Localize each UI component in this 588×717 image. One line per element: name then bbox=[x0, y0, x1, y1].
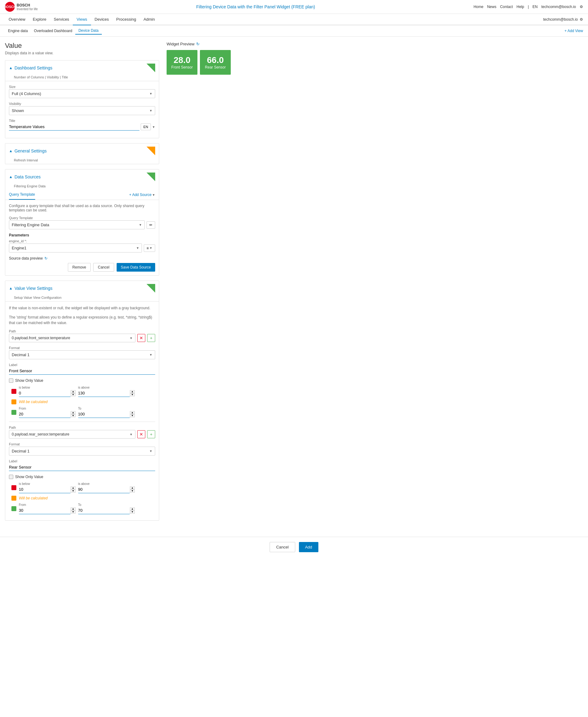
sensor1-path-select[interactable]: 0.payload.front_sensor.temperature ▼ bbox=[9, 334, 135, 342]
query-template-select[interactable]: Filtering Engine Data ▼ bbox=[9, 220, 145, 229]
user-settings-icon[interactable]: ⚙ bbox=[580, 17, 583, 22]
add-source-button[interactable]: + Add Source ▼ bbox=[129, 192, 155, 197]
sensor2-label-input[interactable] bbox=[9, 464, 155, 471]
data-sources-corner bbox=[147, 172, 155, 181]
sensor1-rule3-to-input[interactable] bbox=[78, 410, 130, 418]
sensor2-add-button[interactable]: + bbox=[147, 430, 155, 438]
data-sources-header[interactable]: ▲ Data Sources bbox=[5, 169, 159, 184]
dashboard-settings-title: Dashboard Settings bbox=[15, 65, 52, 70]
add-view-button[interactable]: + Add View bbox=[565, 29, 583, 33]
dashboard-settings-header[interactable]: ▲ Dashboard Settings bbox=[5, 61, 159, 75]
data-sources-collapse-icon: ▲ bbox=[9, 175, 13, 179]
size-select[interactable]: Full (4 Columns) ▼ bbox=[9, 89, 155, 98]
sensor2-rule1-is-below-down[interactable]: ▼ bbox=[71, 490, 76, 493]
home-link[interactable]: Home bbox=[474, 5, 483, 9]
sensor1-rule1-is-below-down[interactable]: ▼ bbox=[71, 393, 76, 396]
sensor2-rule1-is-below-input-row: ▲ ▼ bbox=[19, 486, 76, 493]
top-bar: BOSCH BOSCH Invented for life Filtering … bbox=[0, 0, 588, 14]
parameters-title: Parameters bbox=[9, 233, 155, 237]
nav-services[interactable]: Services bbox=[50, 14, 73, 25]
sensor2-rule3-to-up[interactable]: ▲ bbox=[130, 508, 135, 511]
sensor1-label-input[interactable] bbox=[9, 367, 155, 375]
sensor1-rule1-is-above-up[interactable]: ▲ bbox=[130, 390, 135, 393]
sensor1-show-only-checkbox[interactable] bbox=[9, 378, 13, 383]
sensor1-rule3-to-up[interactable]: ▲ bbox=[130, 411, 135, 414]
query-template-tab[interactable]: Query Template bbox=[9, 190, 35, 200]
subnav-device-data[interactable]: Device Data bbox=[75, 27, 102, 35]
tile-rear-sensor-value: 66.0 bbox=[207, 55, 224, 65]
sensor2-rule3-from-down[interactable]: ▼ bbox=[71, 511, 76, 514]
sensor2-path-select[interactable]: 0.payload.rear_sensor.temperature ▼ bbox=[9, 430, 135, 438]
sensor2-path-field: Path 0.payload.rear_sensor.temperature ▼… bbox=[9, 426, 155, 438]
sensor2-format-select[interactable]: Decimal 1 ▼ bbox=[9, 447, 155, 455]
sensor2-rule1-is-above-up[interactable]: ▲ bbox=[130, 487, 135, 490]
value-view-settings-header[interactable]: ▲ Value View Settings bbox=[5, 281, 159, 296]
sensor1-rule1-is-above-down[interactable]: ▼ bbox=[130, 393, 135, 396]
refresh-icon[interactable]: ↻ bbox=[44, 256, 47, 261]
sensor1-rule1-is-below-up[interactable]: ▲ bbox=[71, 390, 76, 393]
nav-explore[interactable]: Explore bbox=[29, 14, 50, 25]
nav-admin[interactable]: Admin bbox=[140, 14, 159, 25]
title-input[interactable] bbox=[9, 123, 140, 130]
param-select[interactable]: Engine1 ▼ bbox=[9, 244, 142, 252]
bottom-cancel-button[interactable]: Cancel bbox=[270, 542, 295, 552]
edit-query-button[interactable]: ✏ bbox=[147, 221, 155, 229]
sensor2-rule1-is-above-down[interactable]: ▼ bbox=[130, 490, 135, 493]
cancel-source-button[interactable]: Cancel bbox=[93, 263, 114, 272]
widget-preview: 28.0 Front Sensor 66.0 Rear Sensor bbox=[167, 50, 259, 75]
tile-rear-sensor-label: Rear Sensor bbox=[205, 65, 226, 69]
sensor2-color-rules: is below ▲ ▼ is above bbox=[12, 482, 155, 514]
sensor1-rule3-from-down[interactable]: ▼ bbox=[71, 414, 76, 417]
query-info: Configure a query template that shall be… bbox=[9, 204, 155, 212]
sensor2-rule3-to-down[interactable]: ▼ bbox=[130, 511, 135, 514]
sensor2-path-row: 0.payload.rear_sensor.temperature ▼ ✕ + bbox=[9, 430, 155, 438]
sensor2-path-chevron-icon: ▼ bbox=[130, 433, 133, 436]
sensor2-show-only-checkbox[interactable] bbox=[9, 475, 13, 479]
general-settings-header[interactable]: ▲ General Settings bbox=[5, 144, 159, 158]
sensor1-rule3-from-up[interactable]: ▲ bbox=[71, 411, 76, 414]
settings-icon[interactable]: ⚙ bbox=[580, 5, 583, 9]
sensor2-rule3-from-up[interactable]: ▲ bbox=[71, 508, 76, 511]
lang-button[interactable]: EN bbox=[141, 123, 151, 130]
size-field: Size Full (4 Columns) ▼ bbox=[9, 85, 155, 98]
sensor2-rule1-is-below-up[interactable]: ▲ bbox=[71, 487, 76, 490]
sensor2-rule3-to-input[interactable] bbox=[78, 507, 130, 514]
language-selector[interactable]: EN bbox=[532, 5, 538, 9]
param-type-button[interactable]: ≡ ▼ bbox=[144, 244, 155, 252]
sensor1-format-field: Format Decimal 1 ▼ bbox=[9, 346, 155, 359]
save-data-source-button[interactable]: Save Data Source bbox=[117, 263, 155, 272]
chevron-down-icon: ▼ bbox=[149, 92, 152, 95]
subnav-engine-data[interactable]: Engine data bbox=[5, 27, 31, 34]
nav-overview[interactable]: Overview bbox=[5, 14, 29, 25]
sensor2-rule1-is-below-input[interactable] bbox=[19, 486, 71, 493]
sensor2-remove-button[interactable]: ✕ bbox=[137, 430, 145, 438]
sensor2-rule1-row: is below ▲ ▼ is above bbox=[12, 482, 155, 493]
visibility-field: Visibility Shown ▼ bbox=[9, 102, 155, 115]
news-link[interactable]: News bbox=[487, 5, 496, 9]
bottom-add-button[interactable]: Add bbox=[299, 542, 318, 552]
contact-link[interactable]: Contact bbox=[500, 5, 513, 9]
sensor1-rule3-from-input[interactable] bbox=[19, 410, 71, 418]
subnav-overloaded-dashboard[interactable]: Overloaded Dashboard bbox=[31, 27, 75, 34]
nav-processing[interactable]: Processing bbox=[112, 14, 140, 25]
sensor2-format-field: Format Decimal 1 ▼ bbox=[9, 442, 155, 455]
visibility-select[interactable]: Shown ▼ bbox=[9, 106, 155, 115]
sensor1-add-button[interactable]: + bbox=[147, 334, 155, 342]
sensor1-remove-button[interactable]: ✕ bbox=[137, 334, 145, 342]
sensor1-rule1-is-below-input[interactable] bbox=[19, 390, 71, 397]
sensor2-rule3-to-stepper: ▲ ▼ bbox=[130, 508, 135, 514]
sensor2-rule3-row: From ▲ ▼ To bbox=[12, 503, 155, 514]
preview-refresh-icon[interactable]: ↻ bbox=[196, 42, 200, 46]
sensor1-rule3-to-down[interactable]: ▼ bbox=[130, 414, 135, 417]
sensor2-rule3-from-input[interactable] bbox=[19, 507, 71, 514]
help-link[interactable]: Help bbox=[517, 5, 524, 9]
nav-devices[interactable]: Devices bbox=[91, 14, 112, 25]
nav-views[interactable]: Views bbox=[73, 14, 91, 25]
sensor1-format-select[interactable]: Decimal 1 ▼ bbox=[9, 350, 155, 359]
sensor2-show-only-label: Show Only Value bbox=[15, 475, 43, 479]
page-content: Value Displays data in a value view. ▲ D… bbox=[0, 37, 588, 531]
sensor1-rule1-is-above-input-row: ▲ ▼ bbox=[78, 390, 135, 397]
sensor2-rule1-is-above-input[interactable] bbox=[78, 486, 130, 493]
sensor1-rule1-is-above-input[interactable] bbox=[78, 390, 130, 397]
remove-button[interactable]: Remove bbox=[68, 263, 91, 272]
